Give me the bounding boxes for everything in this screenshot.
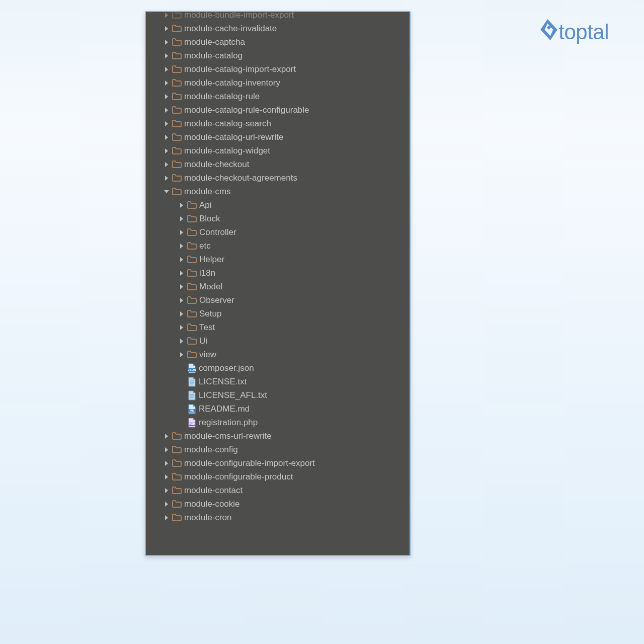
tree-folder-row[interactable]: module-cookie bbox=[163, 497, 410, 511]
tree-folder-row[interactable]: module-cms-url-rewrite bbox=[163, 429, 410, 443]
tree-file-row[interactable]: LICENSE.txt bbox=[163, 375, 410, 388]
tree-folder-row[interactable]: Test bbox=[163, 320, 410, 334]
chevron-right-icon[interactable] bbox=[163, 460, 170, 467]
tree-folder-row[interactable]: module-catalog bbox=[163, 49, 410, 62]
tree-folder-row[interactable]: i18n bbox=[163, 266, 410, 280]
tree-item-label: module-captcha bbox=[184, 38, 245, 46]
tree-folder-row[interactable]: view bbox=[163, 348, 410, 361]
chevron-right-icon[interactable] bbox=[163, 120, 170, 127]
tree-folder-row[interactable]: module-checkout bbox=[163, 157, 410, 171]
tree-item-label: module-bundle-import-export bbox=[184, 11, 294, 19]
chevron-right-icon[interactable] bbox=[163, 134, 170, 141]
chevron-right-icon[interactable] bbox=[178, 270, 185, 277]
tree-item-label: module-cron bbox=[184, 513, 232, 522]
chevron-right-icon[interactable] bbox=[178, 310, 185, 317]
chevron-right-icon[interactable] bbox=[163, 79, 170, 87]
tree-item-label: Ui bbox=[199, 337, 207, 345]
folder-icon bbox=[172, 188, 182, 195]
chevron-right-icon[interactable] bbox=[178, 243, 185, 250]
chevron-right-icon[interactable] bbox=[163, 66, 170, 73]
tree-folder-row[interactable]: module-catalog-url-rewrite bbox=[163, 130, 410, 144]
folder-icon bbox=[172, 11, 182, 19]
folder-icon bbox=[187, 351, 197, 358]
tree-item-label: module-catalog bbox=[184, 51, 243, 60]
tree-file-row[interactable]: LICENSE_AFL.txt bbox=[163, 388, 410, 402]
tree-folder-row[interactable]: module-catalog-rule bbox=[163, 90, 410, 103]
tree-folder-row[interactable]: Ui bbox=[163, 334, 410, 348]
tree-file-row[interactable]: README.md bbox=[163, 402, 410, 416]
chevron-down-icon[interactable] bbox=[163, 188, 170, 195]
tree-folder-row[interactable]: module-cron bbox=[163, 511, 410, 524]
chevron-right-icon[interactable] bbox=[163, 93, 170, 100]
folder-icon bbox=[172, 174, 182, 182]
folder-icon bbox=[187, 283, 197, 290]
chevron-right-icon[interactable] bbox=[163, 12, 170, 19]
file-txt-icon bbox=[187, 390, 196, 400]
tree-folder-row[interactable]: module-configurable-product bbox=[163, 470, 410, 484]
tree-folder-row[interactable]: module-captcha bbox=[163, 35, 410, 49]
tree-folder-row[interactable]: Block bbox=[163, 212, 410, 225]
tree-folder-row[interactable]: Api bbox=[163, 198, 410, 212]
chevron-right-icon[interactable] bbox=[163, 147, 170, 154]
folder-icon bbox=[172, 160, 182, 168]
tree-folder-row[interactable]: module-cms bbox=[163, 185, 410, 198]
folder-icon bbox=[172, 52, 182, 59]
folder-icon bbox=[172, 93, 182, 100]
folder-icon bbox=[172, 79, 182, 87]
chevron-right-icon[interactable] bbox=[163, 487, 170, 494]
chevron-right-icon[interactable] bbox=[178, 229, 185, 236]
folder-icon bbox=[172, 106, 182, 114]
file-tree[interactable]: module-bundle-import-exportmodule-cache-… bbox=[146, 12, 410, 526]
folder-icon bbox=[187, 201, 197, 209]
tree-folder-row[interactable]: module-config bbox=[163, 443, 410, 456]
folder-icon bbox=[172, 38, 182, 46]
tree-folder-row[interactable]: module-checkout-agreements bbox=[163, 171, 410, 185]
chevron-right-icon[interactable] bbox=[163, 446, 170, 453]
tree-item-label: composer.json bbox=[199, 364, 254, 372]
chevron-right-icon[interactable] bbox=[163, 161, 170, 168]
tree-folder-row[interactable]: Setup bbox=[163, 307, 410, 320]
chevron-right-icon[interactable] bbox=[178, 338, 185, 345]
tree-folder-row[interactable]: module-cache-invalidate bbox=[163, 22, 410, 35]
tree-folder-row[interactable]: Controller bbox=[163, 225, 410, 239]
tree-folder-row[interactable]: etc bbox=[163, 239, 410, 253]
tree-folder-row[interactable]: Model bbox=[163, 280, 410, 293]
tree-item-label: view bbox=[199, 350, 216, 359]
tree-folder-row[interactable]: module-contact bbox=[163, 484, 410, 497]
tree-folder-row[interactable]: Observer bbox=[163, 293, 410, 307]
tree-folder-row[interactable]: Helper bbox=[163, 253, 410, 266]
chevron-right-icon[interactable] bbox=[178, 256, 185, 263]
tree-folder-row[interactable]: module-catalog-import-export bbox=[163, 62, 410, 76]
chevron-right-icon[interactable] bbox=[163, 514, 170, 521]
chevron-right-icon[interactable] bbox=[178, 297, 185, 304]
tree-folder-row[interactable]: module-catalog-inventory bbox=[163, 76, 410, 90]
tree-file-row[interactable]: composer.json bbox=[163, 361, 410, 375]
folder-icon bbox=[187, 296, 197, 304]
chevron-right-icon[interactable] bbox=[163, 107, 170, 114]
tree-folder-row[interactable]: module-catalog-widget bbox=[163, 144, 410, 157]
tree-item-label: Model bbox=[199, 282, 222, 291]
tree-folder-row[interactable]: module-bundle-import-export bbox=[163, 11, 410, 22]
tree-folder-row[interactable]: module-configurable-import-export bbox=[163, 456, 410, 470]
folder-icon bbox=[172, 147, 182, 154]
tree-file-row[interactable]: registration.php bbox=[163, 416, 410, 429]
chevron-right-icon[interactable] bbox=[178, 202, 185, 209]
chevron-right-icon[interactable] bbox=[163, 433, 170, 440]
folder-icon bbox=[172, 432, 182, 440]
chevron-right-icon[interactable] bbox=[178, 283, 185, 290]
chevron-right-icon[interactable] bbox=[163, 501, 170, 508]
folder-icon bbox=[172, 65, 182, 73]
chevron-right-icon[interactable] bbox=[178, 351, 185, 358]
tree-folder-row[interactable]: module-catalog-search bbox=[163, 117, 410, 130]
chevron-right-icon[interactable] bbox=[163, 25, 170, 32]
brand-logo: toptal bbox=[540, 19, 609, 45]
chevron-right-icon[interactable] bbox=[178, 215, 185, 222]
folder-icon bbox=[187, 242, 197, 250]
tree-folder-row[interactable]: module-catalog-rule-configurable bbox=[163, 103, 410, 117]
chevron-right-icon[interactable] bbox=[163, 473, 170, 480]
tree-item-label: README.md bbox=[199, 405, 250, 413]
chevron-right-icon[interactable] bbox=[163, 39, 170, 46]
chevron-right-icon[interactable] bbox=[178, 324, 185, 331]
chevron-right-icon[interactable] bbox=[163, 175, 170, 182]
chevron-right-icon[interactable] bbox=[163, 52, 170, 59]
